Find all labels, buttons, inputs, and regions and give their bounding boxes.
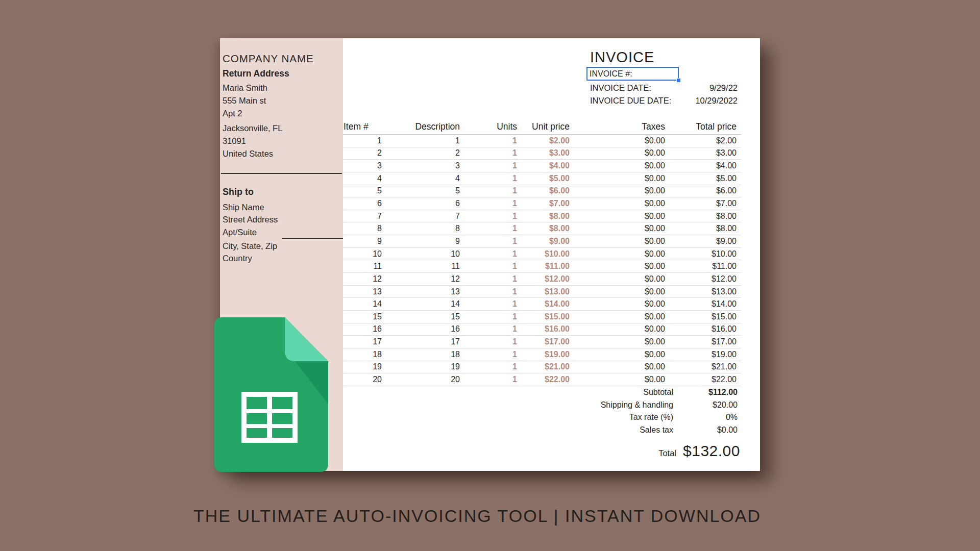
taxes-cell[interactable]: $0.00 xyxy=(574,199,670,208)
unit-price-cell[interactable]: $3.00 xyxy=(522,148,574,158)
taxes-cell[interactable]: $0.00 xyxy=(574,161,670,170)
taxes-cell[interactable]: $0.00 xyxy=(574,224,670,233)
taxes-cell[interactable]: $0.00 xyxy=(574,324,670,334)
units-cell[interactable]: 1 xyxy=(464,237,522,246)
units-cell[interactable]: 1 xyxy=(464,249,522,259)
summary-value[interactable]: $0.00 xyxy=(673,425,741,435)
description-cell[interactable]: 1 xyxy=(386,136,464,145)
units-cell[interactable]: 1 xyxy=(464,136,522,145)
description-cell[interactable]: 15 xyxy=(386,312,464,321)
item-number-cell[interactable]: 18 xyxy=(343,350,386,359)
description-cell[interactable]: 10 xyxy=(386,249,464,259)
total-price-cell[interactable]: $19.00 xyxy=(670,350,741,359)
units-cell[interactable]: 1 xyxy=(464,337,522,346)
description-cell[interactable]: 20 xyxy=(386,375,464,384)
units-cell[interactable]: 1 xyxy=(464,287,522,296)
item-number-cell[interactable]: 14 xyxy=(343,299,386,309)
total-price-cell[interactable]: $8.00 xyxy=(670,224,741,233)
taxes-cell[interactable]: $0.00 xyxy=(574,212,670,221)
taxes-cell[interactable]: $0.00 xyxy=(574,237,670,246)
return-address-line[interactable]: Apt 2 xyxy=(223,109,341,118)
units-cell[interactable]: 1 xyxy=(464,161,522,170)
total-price-cell[interactable]: $14.00 xyxy=(670,299,741,309)
taxes-cell[interactable]: $0.00 xyxy=(574,186,670,195)
taxes-cell[interactable]: $0.00 xyxy=(574,299,670,309)
total-price-cell[interactable]: $9.00 xyxy=(670,237,741,246)
invoice-due-date-value[interactable]: 10/29/2022 xyxy=(695,96,738,106)
units-cell[interactable]: 1 xyxy=(464,312,522,321)
ship-to-line[interactable]: Ship Name xyxy=(223,203,341,212)
item-number-cell[interactable]: 13 xyxy=(343,287,386,296)
units-cell[interactable]: 1 xyxy=(464,174,522,183)
total-price-cell[interactable]: $17.00 xyxy=(670,337,741,346)
taxes-cell[interactable]: $0.00 xyxy=(574,136,670,145)
return-address-line[interactable]: Jacksonville, FL xyxy=(223,123,341,133)
taxes-cell[interactable]: $0.00 xyxy=(574,350,670,359)
total-value[interactable]: $132.00 xyxy=(676,442,741,460)
units-cell[interactable]: 1 xyxy=(464,362,522,371)
total-price-cell[interactable]: $2.00 xyxy=(670,136,741,145)
item-number-cell[interactable]: 16 xyxy=(343,324,386,334)
description-cell[interactable]: 9 xyxy=(386,237,464,246)
total-price-cell[interactable]: $15.00 xyxy=(670,312,741,321)
taxes-cell[interactable]: $0.00 xyxy=(574,287,670,296)
return-address-line[interactable]: 31091 xyxy=(223,136,341,146)
invoice-number-cell[interactable]: INVOICE #: xyxy=(586,67,679,81)
total-price-cell[interactable]: $12.00 xyxy=(670,274,741,284)
description-cell[interactable]: 12 xyxy=(386,274,464,284)
units-cell[interactable]: 1 xyxy=(464,350,522,359)
item-number-cell[interactable]: 5 xyxy=(343,186,386,195)
unit-price-cell[interactable]: $14.00 xyxy=(522,299,574,309)
description-cell[interactable]: 16 xyxy=(386,324,464,334)
item-number-cell[interactable]: 11 xyxy=(343,262,386,271)
total-price-cell[interactable]: $22.00 xyxy=(670,375,741,384)
unit-price-cell[interactable]: $4.00 xyxy=(522,161,574,170)
item-number-cell[interactable]: 9 xyxy=(343,237,386,246)
unit-price-cell[interactable]: $9.00 xyxy=(522,237,574,246)
taxes-cell[interactable]: $0.00 xyxy=(574,375,670,384)
total-price-cell[interactable]: $13.00 xyxy=(670,287,741,296)
item-number-cell[interactable]: 12 xyxy=(343,274,386,284)
item-number-cell[interactable]: 17 xyxy=(343,337,386,346)
total-price-cell[interactable]: $5.00 xyxy=(670,174,741,183)
return-address-line[interactable]: Maria Smith xyxy=(223,83,341,93)
ship-to-line[interactable]: Apt/Suite xyxy=(223,228,341,237)
total-price-cell[interactable]: $6.00 xyxy=(670,186,741,195)
units-cell[interactable]: 1 xyxy=(464,212,522,221)
return-address-line[interactable]: 555 Main st xyxy=(223,96,341,106)
total-price-cell[interactable]: $7.00 xyxy=(670,199,741,208)
units-cell[interactable]: 1 xyxy=(464,262,522,271)
item-number-cell[interactable]: 4 xyxy=(343,174,386,183)
return-address-line[interactable]: United States xyxy=(223,149,341,159)
description-cell[interactable]: 14 xyxy=(386,299,464,309)
units-cell[interactable]: 1 xyxy=(464,148,522,158)
description-cell[interactable]: 4 xyxy=(386,174,464,183)
description-cell[interactable]: 18 xyxy=(386,350,464,359)
item-number-cell[interactable]: 19 xyxy=(343,362,386,371)
company-name[interactable]: COMPANY NAME xyxy=(223,53,341,65)
units-cell[interactable]: 1 xyxy=(464,324,522,334)
total-price-cell[interactable]: $4.00 xyxy=(670,161,741,170)
total-price-cell[interactable]: $16.00 xyxy=(670,324,741,334)
total-price-cell[interactable]: $11.00 xyxy=(670,262,741,271)
total-price-cell[interactable]: $10.00 xyxy=(670,249,741,259)
item-number-cell[interactable]: 7 xyxy=(343,212,386,221)
unit-price-cell[interactable]: $2.00 xyxy=(522,136,574,145)
taxes-cell[interactable]: $0.00 xyxy=(574,148,670,158)
description-cell[interactable]: 3 xyxy=(386,161,464,170)
item-number-cell[interactable]: 20 xyxy=(343,375,386,384)
units-cell[interactable]: 1 xyxy=(464,224,522,233)
unit-price-cell[interactable]: $15.00 xyxy=(522,312,574,321)
unit-price-cell[interactable]: $6.00 xyxy=(522,186,574,195)
description-cell[interactable]: 19 xyxy=(386,362,464,371)
taxes-cell[interactable]: $0.00 xyxy=(574,337,670,346)
unit-price-cell[interactable]: $12.00 xyxy=(522,274,574,284)
unit-price-cell[interactable]: $21.00 xyxy=(522,362,574,371)
description-cell[interactable]: 11 xyxy=(386,262,464,271)
unit-price-cell[interactable]: $22.00 xyxy=(522,375,574,384)
taxes-cell[interactable]: $0.00 xyxy=(574,249,670,259)
description-cell[interactable]: 6 xyxy=(386,199,464,208)
item-number-cell[interactable]: 15 xyxy=(343,312,386,321)
invoice-date-value[interactable]: 9/29/22 xyxy=(709,83,738,93)
summary-value[interactable]: 0% xyxy=(673,413,741,422)
